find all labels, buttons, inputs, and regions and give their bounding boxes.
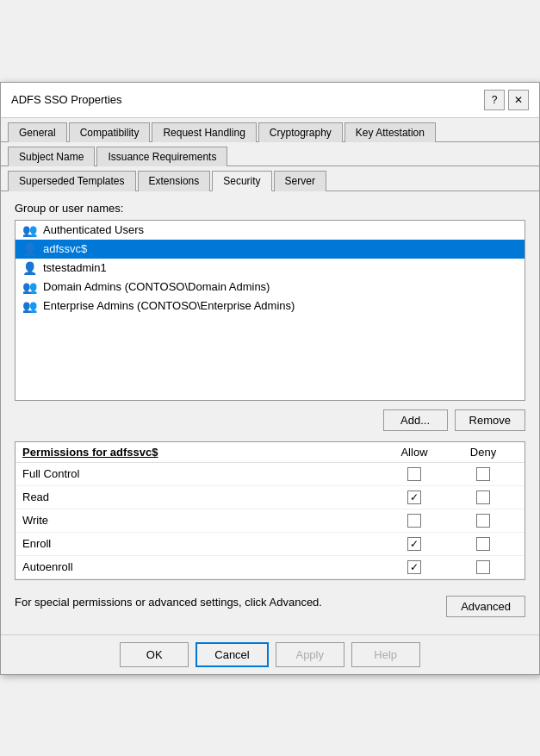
remove-button[interactable]: Remove: [455, 409, 525, 431]
user-item-0[interactable]: 👥Authenticated Users: [16, 221, 524, 240]
perm-name-4: Autoenroll: [22, 560, 380, 573]
advanced-button[interactable]: Advanced: [446, 596, 525, 617]
user-icon-0: 👥: [21, 223, 38, 237]
deny-header: Deny: [449, 446, 518, 459]
advanced-text: For special permissions or advanced sett…: [15, 596, 438, 609]
title-bar-left: ADFS SSO Properties: [11, 93, 122, 106]
user-item-3[interactable]: 👥Domain Admins (CONTOSO\Domain Admins): [16, 278, 524, 297]
permissions-section: Permissions for adfssvc$ Allow Deny Full…: [15, 441, 525, 580]
perm-row-4: Autoenroll✓: [16, 556, 524, 579]
advanced-row: For special permissions or advanced sett…: [15, 589, 525, 624]
allow-checkbox-1[interactable]: ✓: [407, 490, 421, 504]
deny-checkbox-1[interactable]: [476, 490, 490, 504]
allow-header: Allow: [380, 446, 449, 459]
tab-issuance-requirements[interactable]: Issuance Requirements: [96, 147, 227, 166]
user-name-3: Domain Admins (CONTOSO\Domain Admins): [43, 280, 270, 293]
help-button[interactable]: ?: [484, 90, 505, 110]
user-icon-3: 👥: [21, 280, 38, 294]
add-button[interactable]: Add...: [383, 409, 448, 431]
deny-checkbox-3[interactable]: [476, 537, 490, 551]
perm-row-0: Full Control: [16, 463, 524, 486]
user-icon-4: 👥: [21, 299, 38, 313]
title-bar: ADFS SSO Properties ? ✕: [1, 83, 539, 118]
user-name-2: tstestadmin1: [43, 261, 107, 274]
close-button[interactable]: ✕: [508, 90, 529, 110]
users-list-box[interactable]: 👥Authenticated Users👤adfssvc$👤tstestadmi…: [15, 220, 525, 401]
allow-checkbox-0[interactable]: [407, 467, 421, 481]
tab-security[interactable]: Security: [212, 171, 271, 191]
allow-checkbox-2[interactable]: [407, 514, 421, 528]
tab-general[interactable]: General: [8, 122, 67, 142]
tab-superseded-templates[interactable]: Superseded Templates: [8, 171, 136, 191]
dialog-window: ADFS SSO Properties ? ✕ GeneralCompatibi…: [0, 82, 540, 675]
tabs-row-3: Superseded TemplatesExtensionsSecuritySe…: [1, 166, 539, 191]
allow-checkbox-3[interactable]: ✓: [407, 537, 421, 551]
perm-row-3: Enroll✓: [16, 533, 524, 556]
allow-checkbox-4[interactable]: ✓: [407, 560, 421, 574]
cancel-button[interactable]: Cancel: [196, 642, 268, 667]
user-icon-1: 👤: [21, 242, 38, 256]
tab-key-attestation[interactable]: Key Attestation: [344, 122, 436, 142]
user-name-0: Authenticated Users: [43, 223, 144, 236]
perm-name-1: Read: [22, 490, 380, 503]
tabs-row-1: GeneralCompatibilityRequest HandlingCryp…: [1, 118, 539, 142]
tab-server[interactable]: Server: [274, 171, 326, 191]
group-label: Group or user names:: [15, 202, 525, 215]
content-area: Group or user names: 👥Authenticated User…: [1, 191, 539, 634]
dialog-title: ADFS SSO Properties: [11, 93, 122, 106]
deny-checkbox-0[interactable]: [476, 467, 490, 481]
users-btn-row: Add... Remove: [15, 409, 525, 431]
title-controls: ? ✕: [484, 90, 529, 110]
deny-checkbox-2[interactable]: [476, 514, 490, 528]
permissions-header: Permissions for adfssvc$ Allow Deny: [16, 442, 524, 463]
user-item-1[interactable]: 👤adfssvc$: [16, 240, 524, 259]
user-item-4[interactable]: 👥Enterprise Admins (CONTOSO\Enterprise A…: [16, 297, 524, 316]
help-bottom-button[interactable]: Help: [351, 642, 420, 667]
tab-request-handling[interactable]: Request Handling: [152, 122, 256, 142]
apply-button[interactable]: Apply: [276, 642, 344, 667]
tab-compatibility[interactable]: Compatibility: [69, 122, 151, 142]
perm-name-2: Write: [22, 514, 380, 527]
tab-extensions[interactable]: Extensions: [138, 171, 211, 191]
deny-checkbox-4[interactable]: [476, 560, 490, 574]
tab-cryptography[interactable]: Cryptography: [258, 122, 343, 142]
permissions-title: Permissions for adfssvc$: [22, 446, 380, 459]
permissions-rows: Full ControlRead✓WriteEnroll✓Autoenroll✓: [16, 463, 524, 579]
user-icon-2: 👤: [21, 261, 38, 275]
perm-row-1: Read✓: [16, 486, 524, 509]
perm-row-2: Write: [16, 509, 524, 533]
tab-subject-name[interactable]: Subject Name: [8, 147, 95, 166]
perm-name-3: Enroll: [22, 537, 380, 550]
ok-button[interactable]: OK: [120, 642, 189, 667]
user-name-1: adfssvc$: [43, 242, 87, 255]
user-item-2[interactable]: 👤tstestadmin1: [16, 259, 524, 278]
perm-name-0: Full Control: [22, 467, 380, 480]
tabs-row-2: Subject NameIssuance Requirements: [1, 142, 539, 166]
bottom-bar: OK Cancel Apply Help: [1, 634, 539, 674]
user-name-4: Enterprise Admins (CONTOSO\Enterprise Ad…: [43, 299, 295, 312]
